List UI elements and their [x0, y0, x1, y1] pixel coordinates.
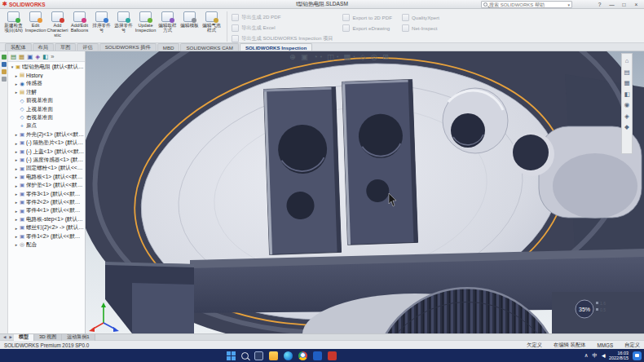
- forum-icon[interactable]: ◆: [624, 123, 629, 130]
- add-characteristic-button[interactable]: Add Characteristic: [46, 11, 68, 42]
- tree-item[interactable]: ▸▣外壳(2)<1> (默认<<默认>_显示状态-1>): [8, 130, 85, 139]
- panel-strip-icon[interactable]: [2, 69, 7, 74]
- tree-item[interactable]: ▸▣螺丝钉(2)<2> -> (默认<<默认>_显示状态-1>): [8, 223, 85, 232]
- hide-show-items-icon[interactable]: ◇: [359, 53, 365, 61]
- displaymanager-tab-icon[interactable]: ◧: [42, 53, 48, 60]
- tree-item[interactable]: ▸▣零件3<1> (默认<<默认>_显示状态-1>): [8, 190, 85, 198]
- new-inspection-project-button[interactable]: 新建检查项目(&N): [2, 11, 24, 42]
- minimize-button[interactable]: —: [606, 2, 618, 7]
- help-button[interactable]: ?: [593, 2, 606, 7]
- tree-item[interactable]: ▸▣电路板-step<1> (默认<<默认>_显示状态-1>): [8, 215, 85, 223]
- edit-inspection-button[interactable]: Edit Inspection: [24, 11, 46, 42]
- edit-balloon-style-button[interactable]: 编辑气泡样式: [201, 11, 223, 42]
- net-inspect-button[interactable]: Net-Inspect: [402, 24, 439, 32]
- tabs-next-icon[interactable]: ▶: [7, 335, 13, 339]
- export-inspection-project-button[interactable]: 导出生成 SOLIDWORKS Inspection 项目: [232, 35, 333, 42]
- clock[interactable]: 16:03 2022/8/15: [609, 351, 629, 360]
- view-tab-3d-views[interactable]: 3D 视图: [34, 334, 62, 341]
- panel-strip-icon[interactable]: [2, 62, 7, 67]
- ime-language-indicator[interactable]: 中: [592, 352, 598, 360]
- tree-item[interactable]: ▸▣电路板<1> (默认<<默认>_显示状态-1>): [8, 173, 85, 181]
- maximize-button[interactable]: □: [618, 2, 630, 7]
- tab-mbd[interactable]: MBD: [157, 43, 180, 51]
- view-palette-icon[interactable]: ◧: [624, 90, 629, 98]
- tab-solidworks-cam[interactable]: SOLIDWORKS CAM: [180, 43, 238, 51]
- chrome-browser-icon[interactable]: [298, 351, 307, 360]
- search-dropdown-icon[interactable]: ▾: [567, 2, 570, 7]
- search-input[interactable]: [489, 2, 566, 7]
- tree-item[interactable]: ◇上视基准面: [8, 105, 85, 113]
- block-left[interactable]: [264, 86, 342, 254]
- view-tab-motion-study[interactable]: 运动算例1: [62, 334, 95, 341]
- chevron-down-icon[interactable]: ▾: [320, 55, 322, 59]
- home-icon[interactable]: ⌂: [625, 57, 629, 64]
- panel-strip-icon[interactable]: [2, 77, 7, 82]
- edit-sampling-button[interactable]: 编辑取样方式: [157, 11, 179, 42]
- zoom-area-icon[interactable]: ▣: [301, 53, 308, 61]
- tree-item[interactable]: ▸▣保护垫<1> (默认<<默认>_显示状态-1>): [8, 181, 85, 189]
- tree-item[interactable]: ▸▣固定螺栓<1> (默认<<默认>_显示状态-1>): [8, 165, 85, 173]
- tab-evaluate[interactable]: 评估: [77, 43, 98, 51]
- task-view-icon[interactable]: [254, 351, 263, 360]
- tab-addins[interactable]: SOLIDWORKS 插件: [99, 43, 157, 51]
- design-library-icon[interactable]: ▤: [624, 68, 629, 76]
- featuremanager-tab-icon[interactable]: ▤: [11, 53, 16, 60]
- export-to-2d-pdf-button[interactable]: Export to 2D PDF: [342, 14, 392, 21]
- file-explorer-taskbar-icon[interactable]: [269, 351, 278, 360]
- block-right[interactable]: [342, 79, 418, 245]
- tree-root[interactable]: ▾▣t型铂热电阻 (默认<默认_显示状态-1>): [8, 63, 85, 71]
- edge-browser-icon[interactable]: [284, 351, 293, 360]
- update-inspection-button[interactable]: Update Inspection: [135, 11, 157, 42]
- export-edrawing-button[interactable]: Export eDrawing: [342, 24, 392, 32]
- tree-item[interactable]: +原点: [8, 122, 85, 130]
- tab-sketch[interactable]: 草图: [55, 43, 76, 51]
- 3d-model-render[interactable]: 35% 1.6 0.5: [86, 51, 644, 333]
- help-search[interactable]: ▾: [481, 1, 572, 8]
- tree-item[interactable]: ▸◉传感器: [8, 80, 85, 88]
- tree-item[interactable]: ▸◎配合: [8, 241, 85, 249]
- edit-template-button[interactable]: 编辑模板: [179, 11, 201, 42]
- tab-solidworks-inspection[interactable]: SOLIDWORKS Inspection: [240, 43, 312, 51]
- tree-item[interactable]: ▸▤注解: [8, 88, 85, 96]
- tabs-prev-icon[interactable]: ◀: [2, 335, 7, 339]
- tray-expand-icon[interactable]: ∧: [584, 352, 589, 359]
- appearances-icon[interactable]: ◉: [624, 101, 630, 108]
- propertymanager-tab-icon[interactable]: ▦: [19, 53, 24, 60]
- tab-layout[interactable]: 布局: [33, 43, 54, 51]
- zoom-fit-icon[interactable]: ⊕: [289, 53, 296, 61]
- select-balloons-button[interactable]: 选择零件号: [112, 11, 135, 42]
- chevron-down-icon[interactable]: ▾: [353, 55, 355, 59]
- export-excel-button[interactable]: 导出生成 Excel: [232, 24, 333, 32]
- custom-properties-icon[interactable]: ◈: [624, 113, 629, 120]
- add-edit-balloons-button[interactable]: Add/Edit Balloons: [68, 11, 90, 42]
- graphics-viewport[interactable]: 35% 1.6 0.5 ⊕ ▣ ◔▾ ◫▾ ▦▾ ◇ ◎ ⊞ ⌂ ▤ ▦ ◧ ◉…: [86, 51, 644, 333]
- tree-item[interactable]: ◇前视基准面: [8, 97, 85, 105]
- tree-item[interactable]: ▸▣零件1<2> (默认<<默认>_显示状态-1>): [8, 232, 85, 241]
- sequence-balloons-button[interactable]: 排序零件号: [90, 11, 112, 42]
- section-view-icon[interactable]: ◔: [313, 53, 318, 61]
- start-button[interactable]: [227, 351, 236, 360]
- tree-item[interactable]: ◇右视基准面: [8, 113, 85, 121]
- tree-item[interactable]: ▸▣(-) 温度传感器<1> (默认<<默认>_显示状态-1>): [8, 156, 85, 164]
- file-explorer-icon[interactable]: ▦: [624, 79, 629, 86]
- appearance-icon[interactable]: ◎: [371, 53, 377, 61]
- view-tab-model[interactable]: 模型: [14, 334, 34, 341]
- speaker-icon[interactable]: ◀): [602, 353, 605, 358]
- configurationmanager-tab-icon[interactable]: ▣: [27, 53, 33, 60]
- taskbar-search-icon[interactable]: [241, 352, 249, 360]
- notification-chat-icon[interactable]: [633, 351, 642, 360]
- view-orientation-icon[interactable]: ◫: [327, 53, 334, 61]
- status-units[interactable]: MMGS: [598, 342, 614, 348]
- cylindrical-boss[interactable]: [443, 88, 508, 153]
- tree-item[interactable]: ▸▣零件4<1> (默认<<默认>_显示状态-1>): [8, 207, 85, 215]
- export-2d-pdf-button[interactable]: 导出生成 2D PDF: [232, 14, 333, 21]
- tree-item[interactable]: ▸▣零件2<2> (默认<<默认>_显示状态-1>): [8, 198, 85, 206]
- word-app-icon[interactable]: [313, 351, 322, 360]
- panel-strip-icon[interactable]: [2, 55, 7, 60]
- tree-item[interactable]: ▸▤History: [8, 71, 85, 79]
- dimxpert-tab-icon[interactable]: ◈: [35, 53, 40, 60]
- view-settings-icon[interactable]: ⊞: [382, 53, 389, 61]
- status-custom[interactable]: 自定义: [624, 342, 640, 349]
- solidworks-taskbar-icon[interactable]: [328, 351, 337, 360]
- expand-tabs-icon[interactable]: »: [51, 53, 54, 60]
